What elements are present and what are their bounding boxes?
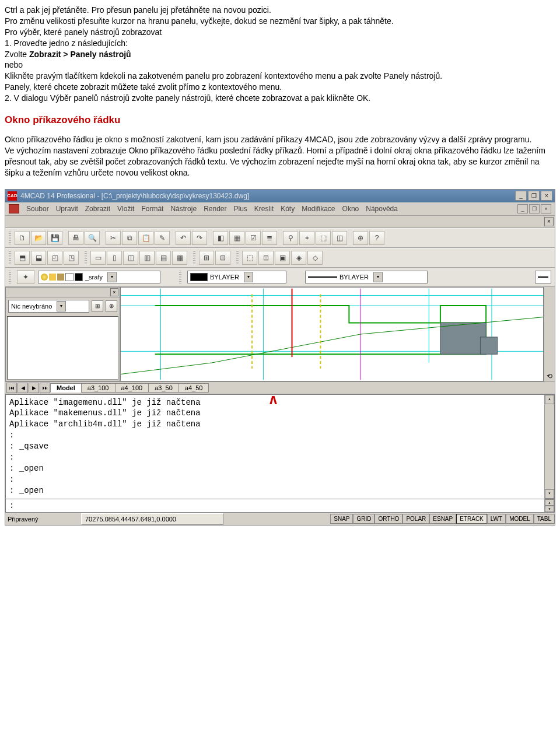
properties-grid[interactable] xyxy=(7,316,118,380)
scroll-down-icon[interactable]: ▾ xyxy=(545,506,554,512)
tool-icon[interactable]: ? xyxy=(369,231,384,245)
tool-icon[interactable]: ▯ xyxy=(107,251,122,265)
tool-icon[interactable]: ⊞ xyxy=(199,251,214,265)
tab-model[interactable]: Model xyxy=(50,383,82,393)
tool-icon[interactable]: ▦ xyxy=(229,231,244,245)
tool-icon[interactable]: ◇ xyxy=(307,251,323,265)
toggle-lwt[interactable]: LWT xyxy=(487,514,506,524)
menu-item[interactable]: Okno xyxy=(342,205,359,213)
mdi-close-button[interactable]: × xyxy=(541,204,551,213)
tool-icon[interactable]: ⬒ xyxy=(15,251,30,265)
vertical-scrollbar[interactable]: ⟲ xyxy=(544,287,555,381)
menu-item[interactable]: Render xyxy=(204,205,226,213)
minimize-button[interactable]: _ xyxy=(515,191,527,201)
quick-select-icon[interactable]: ⊞ xyxy=(92,300,103,312)
match-icon[interactable]: ✎ xyxy=(155,231,170,245)
menu-item[interactable]: Nástroje xyxy=(170,205,197,213)
titlebar[interactable]: CAD 4MCAD 14 Professional - [C:\_projekt… xyxy=(5,190,555,202)
tool-icon[interactable]: ◧ xyxy=(213,231,228,245)
menu-item[interactable]: Modifikace xyxy=(302,205,335,213)
tab-layout[interactable]: a3_100 xyxy=(81,383,116,393)
menu-item[interactable]: Formát xyxy=(141,205,163,213)
toolbar-grip[interactable] xyxy=(236,251,239,264)
menu-item[interactable]: Kóty xyxy=(281,205,295,213)
lineweight-dropdown[interactable] xyxy=(535,271,551,283)
tool-icon[interactable]: ▭ xyxy=(90,251,106,265)
menu-item[interactable]: Vložit xyxy=(117,205,134,213)
tool-icon[interactable]: ⌖ xyxy=(299,231,314,245)
tab-layout[interactable]: a4_50 xyxy=(178,383,209,393)
preview-icon[interactable]: 🔍 xyxy=(85,231,100,245)
tool-icon[interactable]: ◫ xyxy=(123,251,138,265)
tool-icon[interactable]: ⬚ xyxy=(242,251,257,265)
tab-next-button[interactable]: ▶ xyxy=(29,383,39,393)
tool-icon[interactable]: ◳ xyxy=(64,251,79,265)
toolbar-grip[interactable] xyxy=(9,232,11,244)
close-button[interactable]: × xyxy=(541,191,552,201)
toolbar-grip[interactable] xyxy=(179,271,181,283)
save-icon[interactable]: 💾 xyxy=(47,231,62,245)
tool-icon[interactable]: ▤ xyxy=(156,251,171,265)
scroll-up-icon[interactable]: ▴ xyxy=(545,395,554,404)
chevron-down-icon[interactable]: ▾ xyxy=(107,272,117,282)
toolbar-grip[interactable] xyxy=(9,271,11,283)
mdi-doc-icon[interactable] xyxy=(9,204,19,213)
toolbar-grip[interactable] xyxy=(9,251,11,264)
scrollbar[interactable]: ▴ ▾ xyxy=(544,499,554,512)
tab-last-button[interactable]: ⏭ xyxy=(40,383,50,393)
scroll-down-icon[interactable]: ▾ xyxy=(545,489,554,499)
menu-item[interactable]: Kreslit xyxy=(254,205,274,213)
tool-icon[interactable]: ▥ xyxy=(139,251,155,265)
toggle-etrack[interactable]: ETRACK xyxy=(456,514,487,524)
toggle-snap[interactable]: SNAP xyxy=(330,514,353,524)
tool-icon[interactable]: ⊟ xyxy=(215,251,230,265)
tool-icon[interactable]: ⬚ xyxy=(316,231,331,245)
command-history[interactable]: ʌ Aplikace "imagemenu.dll" je již načten… xyxy=(5,394,555,499)
toolbar-grip[interactable] xyxy=(85,251,87,264)
toggle-grid[interactable]: GRID xyxy=(353,514,374,524)
selection-dropdown[interactable]: Nic nevybráno ▾ xyxy=(8,300,89,313)
panel-close-button[interactable]: × xyxy=(110,288,118,296)
tool-icon[interactable]: ▣ xyxy=(275,251,290,265)
menu-item[interactable]: Upravit xyxy=(56,205,78,213)
cut-icon[interactable]: ✂ xyxy=(106,231,121,245)
redo-icon[interactable]: ↷ xyxy=(192,231,207,245)
menu-item[interactable]: Plus xyxy=(233,205,247,213)
tool-icon[interactable]: ⊡ xyxy=(258,251,274,265)
tab-prev-button[interactable]: ◀ xyxy=(18,383,28,393)
tool-icon[interactable]: ▦ xyxy=(172,251,187,265)
tool-icon[interactable]: ☑ xyxy=(246,231,261,245)
toggle-ortho[interactable]: ORTHO xyxy=(374,514,402,524)
chevron-down-icon[interactable]: ▾ xyxy=(57,301,66,311)
new-icon[interactable]: 🗋 xyxy=(15,231,30,245)
copy-icon[interactable]: ⧉ xyxy=(122,231,137,245)
command-input[interactable]: : ▴ ▾ xyxy=(5,499,555,513)
print-icon[interactable]: 🖶 xyxy=(68,231,83,245)
linetype-dropdown[interactable]: BYLAYER ▾ xyxy=(305,271,428,283)
tool-icon[interactable]: ≣ xyxy=(262,231,277,245)
layer-manager-icon[interactable]: ✦ xyxy=(17,270,34,284)
menu-item[interactable]: Nápověda xyxy=(366,205,398,213)
scroll-up-icon[interactable]: ▴ xyxy=(545,499,554,506)
toolbar-close-button[interactable]: × xyxy=(544,217,554,226)
mdi-minimize-button[interactable]: _ xyxy=(517,204,528,213)
open-icon[interactable]: 📂 xyxy=(31,231,46,245)
maximize-button[interactable]: ❐ xyxy=(528,191,540,201)
tab-layout[interactable]: a4_100 xyxy=(115,383,149,393)
toggle-tabl[interactable]: TABL xyxy=(534,514,555,524)
tool-icon[interactable]: ◈ xyxy=(291,251,306,265)
color-dropdown[interactable]: BYLAYER ▾ xyxy=(187,271,286,283)
toolbar-grip[interactable] xyxy=(193,251,195,264)
menu-item[interactable]: Soubor xyxy=(26,205,49,213)
tool-icon[interactable]: ⬓ xyxy=(31,251,46,265)
menu-item[interactable]: Zobrazit xyxy=(85,205,110,213)
toggle-esnap[interactable]: ESNAP xyxy=(429,514,456,524)
tab-first-button[interactable]: ⏮ xyxy=(6,383,17,393)
chevron-down-icon[interactable]: ▾ xyxy=(373,272,383,282)
pick-icon[interactable]: ⊕ xyxy=(106,300,117,312)
tool-icon[interactable]: ⚲ xyxy=(283,231,298,245)
paste-icon[interactable]: 📋 xyxy=(138,231,153,245)
toggle-polar[interactable]: POLAR xyxy=(402,514,429,524)
toggle-model[interactable]: MODEL xyxy=(506,514,534,524)
undo-icon[interactable]: ↶ xyxy=(176,231,191,245)
